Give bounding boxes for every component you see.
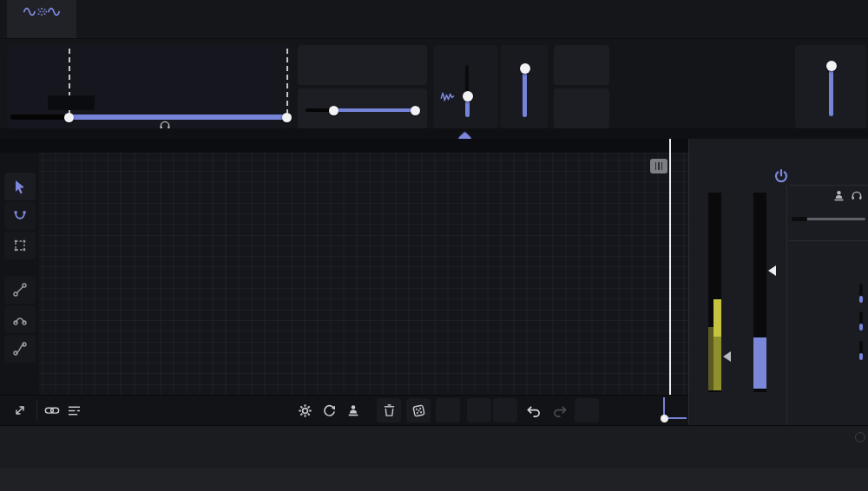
undo-icon (526, 404, 542, 417)
noise-level-panel (434, 45, 497, 128)
mono-noise-button[interactable] (554, 45, 609, 85)
trim-panel (501, 45, 548, 128)
trim-slider-handle[interactable] (520, 63, 530, 74)
band-freq-tooltip (48, 95, 95, 110)
loop-mode-button[interactable] (319, 399, 339, 422)
noise-module-icon (23, 5, 61, 18)
editor-toolbar (0, 395, 688, 426)
divider (789, 240, 868, 241)
filter-fill[interactable] (334, 108, 417, 112)
link-icon (44, 404, 60, 416)
gear-icon (298, 403, 312, 418)
hp-handle[interactable] (329, 106, 339, 115)
plugin-window (0, 0, 868, 491)
cursor-icon (12, 179, 28, 194)
stamp-icon (346, 403, 360, 417)
expand-editor-button[interactable] (9, 399, 31, 422)
band-range-fill[interactable] (69, 115, 287, 120)
more-options-button[interactable] (575, 398, 599, 422)
s-curve-tool-icon (12, 341, 28, 357)
noise-type-panel (298, 45, 427, 85)
window-bottom-strip (0, 468, 868, 491)
expand-icon (13, 403, 27, 417)
filter-panel (298, 88, 427, 128)
pattern-steps-button[interactable] (64, 399, 83, 422)
amount-marker[interactable] (768, 265, 776, 276)
redo-button[interactable] (549, 399, 571, 422)
envelope-power-icon[interactable] (773, 167, 790, 185)
tool-marquee[interactable] (4, 232, 36, 259)
randomize-button[interactable] (406, 398, 431, 422)
grip-bar (658, 162, 660, 170)
link-button[interactable] (42, 399, 62, 422)
tool-draw[interactable] (4, 202, 36, 230)
hold-mini-fill (859, 324, 863, 331)
trash-icon (383, 403, 396, 417)
line-tool-icon (12, 282, 28, 298)
undo-button[interactable] (523, 399, 545, 422)
in-filter-fill[interactable] (792, 217, 807, 221)
tab-bar (0, 0, 868, 39)
marquee-icon (12, 238, 28, 253)
divider (786, 185, 787, 425)
in-headphones-icon[interactable] (851, 189, 863, 200)
in-trigger-icon[interactable] (832, 189, 845, 202)
tool-scurve[interactable] (4, 335, 36, 363)
mix-panel (795, 45, 866, 128)
grip-bar (661, 162, 663, 170)
envelope-panel (688, 139, 868, 425)
band-high-handle[interactable] (282, 113, 292, 122)
tool-cursor[interactable] (4, 173, 36, 200)
divider (36, 400, 37, 421)
threshold-meter (708, 193, 721, 392)
dice-icon (411, 403, 426, 418)
shift-left-button[interactable] (467, 398, 491, 422)
redo-icon (552, 404, 568, 417)
hold-mini-slider[interactable] (859, 311, 863, 331)
curve-tool-icon (12, 311, 28, 327)
stamp-wave-button[interactable] (343, 399, 364, 422)
add-module-button[interactable] (113, 8, 135, 30)
tool-line[interactable] (4, 276, 36, 304)
noise-wave-icon (440, 90, 455, 102)
divider (789, 185, 868, 186)
band-low-handle[interactable] (64, 113, 74, 122)
editor-ruler (0, 139, 688, 153)
amount-meter (753, 193, 766, 392)
tab-noise[interactable] (7, 0, 76, 38)
loop-icon (322, 403, 337, 418)
tool-curve[interactable] (4, 305, 36, 333)
release-mini-slider[interactable] (859, 341, 863, 360)
midi-switch-help-icon[interactable] (855, 432, 865, 442)
meter-blue-fill (753, 337, 766, 389)
playhead-grip[interactable] (650, 159, 667, 173)
shift-right-button[interactable] (493, 398, 517, 422)
meter-olive (713, 337, 721, 390)
band-spectrum-panel (7, 45, 291, 128)
delete-points-button[interactable] (377, 398, 401, 422)
lp-handle[interactable] (411, 106, 420, 115)
presets-bar (0, 425, 868, 469)
noise-slider-handle[interactable] (463, 91, 473, 101)
trim-slider-fill[interactable] (523, 68, 527, 117)
double-pattern-button[interactable] (436, 398, 460, 422)
editor-grid[interactable] (39, 153, 688, 395)
smooth-slider-handle[interactable] (661, 415, 668, 422)
mix-slider-fill[interactable] (829, 65, 833, 116)
mix-slider-handle[interactable] (826, 61, 837, 71)
threshold-marker[interactable] (723, 351, 731, 362)
meter-yellow-bright (713, 299, 721, 337)
noise-only-button[interactable] (554, 88, 609, 128)
loop-end-playhead[interactable] (669, 139, 671, 395)
module-strip (0, 128, 868, 139)
grip-bar (655, 162, 657, 170)
band-end-line[interactable] (286, 49, 288, 115)
steps-icon (68, 404, 81, 417)
attack-mini-slider[interactable] (859, 284, 863, 303)
settings-button[interactable] (294, 399, 315, 422)
release-mini-fill (859, 353, 863, 360)
attack-mini-fill (859, 296, 863, 303)
draw-tool-icon (12, 208, 28, 224)
